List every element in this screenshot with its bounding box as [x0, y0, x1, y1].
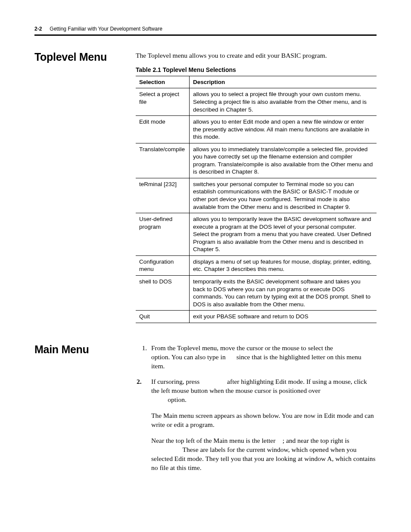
cell-description: temporarily exits the BASIC development … [190, 275, 377, 310]
table-row: Select a project file allows you to sele… [136, 88, 377, 116]
cell-description: switches your personal computer to Termi… [190, 178, 377, 213]
table-header-row: Selection Description [136, 76, 377, 88]
cell-selection: User-defined program [136, 213, 190, 256]
running-header: 2-2 Getting Familiar with Your Developme… [34, 26, 377, 32]
table-row: teRminal [232] switches your personal co… [136, 178, 377, 213]
main-menu-para2: Near the top left of the Main menu is th… [151, 436, 377, 473]
cell-selection: Translate/compile [136, 143, 190, 178]
cell-description: exit your PBASE software and return to D… [190, 311, 377, 323]
table-caption: Table 2.1 Toplevel Menu Selections [136, 66, 377, 73]
table-row: Translate/compile allows you to immediat… [136, 143, 377, 178]
para2-a: Near the top left of the Main menu is th… [151, 437, 277, 444]
para2-blank-letter [277, 437, 281, 444]
main-menu-para1: The Main menu screen appears as shown be… [151, 411, 377, 429]
step2-blank-option [151, 396, 166, 403]
cell-description: displays a menu of set up features for m… [190, 255, 377, 275]
cell-selection: Edit mode [136, 116, 190, 143]
header-rule [34, 34, 377, 36]
cell-description: allows you to select a project file thro… [190, 88, 377, 116]
step2-text-a: If cursoring, press [151, 378, 201, 385]
step-1: From the Toplevel menu, move the cursor … [149, 344, 377, 371]
table-row: shell to DOS temporarily exits the BASIC… [136, 275, 377, 310]
steps-list: From the Toplevel menu, move the cursor … [136, 344, 377, 405]
para2-blank-label [151, 446, 181, 453]
page-number: 2-2 [34, 26, 42, 32]
cell-description: allows you to enter Edit mode and open a… [190, 116, 377, 143]
para2-c: These are labels for the current window,… [151, 446, 376, 471]
toplevel-intro: The Toplevel menu allows you to create a… [136, 51, 377, 60]
cell-selection: shell to DOS [136, 275, 190, 310]
cell-selection: teRminal [232] [136, 178, 190, 213]
cell-description: allows you to immediately translate/comp… [190, 143, 377, 178]
toplevel-menu-heading: Toplevel Menu [34, 51, 136, 63]
table-row: User-defined program allows you to tempo… [136, 213, 377, 256]
step2-blank-key [201, 378, 225, 385]
table-row: Configuration menu displays a menu of se… [136, 255, 377, 275]
step-2: 2. If cursoring, press after highlightin… [149, 377, 377, 404]
cell-description: allows you to temporarily leave the BASI… [190, 213, 377, 256]
step1-blank-letter [227, 353, 235, 361]
cell-selection: Select a project file [136, 88, 190, 116]
cell-selection: Configuration menu [136, 255, 190, 275]
step1-text-a: From the Toplevel menu, move the cursor … [151, 344, 335, 352]
para2-b: ; and near the top right is [283, 437, 349, 444]
chapter-title: Getting Familiar with Your Development S… [50, 26, 162, 32]
section-toplevel-menu: Toplevel Menu The Toplevel menu allows y… [34, 51, 377, 323]
cell-selection: Quit [136, 311, 190, 323]
step1-blank-option [335, 344, 357, 352]
table-row: Quit exit your PBASE software and return… [136, 311, 377, 323]
main-menu-heading: Main Menu [34, 344, 136, 356]
col-description: Description [190, 76, 377, 88]
col-selection: Selection [136, 76, 190, 88]
table-row: Edit mode allows you to enter Edit mode … [136, 116, 377, 143]
section-main-menu: Main Menu From the Toplevel menu, move t… [34, 344, 377, 479]
step2-text-c: option. [168, 396, 187, 403]
toplevel-menu-table: Selection Description Select a project f… [136, 76, 377, 323]
step1-text-b: option. You can also type in [151, 353, 227, 361]
